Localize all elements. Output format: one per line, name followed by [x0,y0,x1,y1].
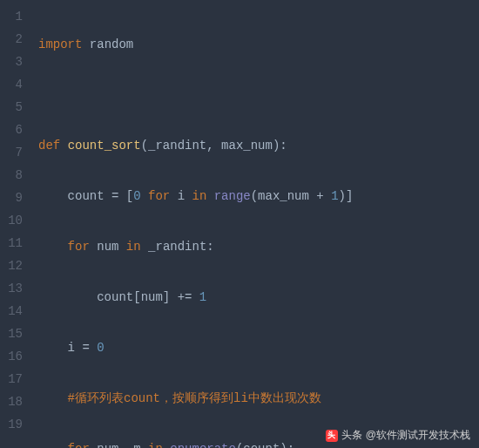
line-number: 3 [0,51,23,73]
code-line: count = [0 for i in range(max_num + 1)] [38,185,479,207]
watermark-handle: @软件测试开发技术栈 [366,428,470,443]
line-number: 16 [0,345,23,368]
line-number: 12 [0,255,23,277]
line-number: 1 [0,5,23,28]
line-number: 14 [0,300,23,322]
code-line: def count_sort(_randint, max_num): [38,134,479,157]
code-line: count[num] += 1 [38,286,479,309]
code-editor[interactable]: 1 2 3 4 5 6 7 8 9 10 11 12 13 14 15 16 1… [0,0,479,448]
line-number: 13 [0,277,23,300]
line-number: 19 [0,413,23,436]
line-number: 18 [0,390,23,413]
line-number: 6 [0,119,23,141]
toutiao-logo-icon: 头 [326,430,338,442]
line-number: 10 [0,209,23,232]
code-line [38,84,479,106]
line-number: 8 [0,164,23,187]
line-number: 7 [0,141,23,164]
line-number: 17 [0,368,23,390]
code-line: #循环列表count，按顺序得到li中数出现次数 [38,387,479,410]
line-number: 15 [0,322,23,345]
code-line: for num in _randint: [38,235,479,258]
line-number: 5 [0,96,23,119]
watermark-label: 头条 [341,428,362,443]
line-gutter: 1 2 3 4 5 6 7 8 9 10 11 12 13 14 15 16 1… [0,0,30,448]
line-number: 4 [0,73,23,96]
line-number: 9 [0,187,23,209]
code-area[interactable]: import random def count_sort(_randint, m… [30,0,479,448]
line-number: 11 [0,232,23,255]
code-line: import random [38,33,479,56]
watermark: 头 头条 @软件测试开发技术栈 [326,428,470,443]
code-line: i = 0 [38,336,479,359]
line-number: 2 [0,28,23,51]
